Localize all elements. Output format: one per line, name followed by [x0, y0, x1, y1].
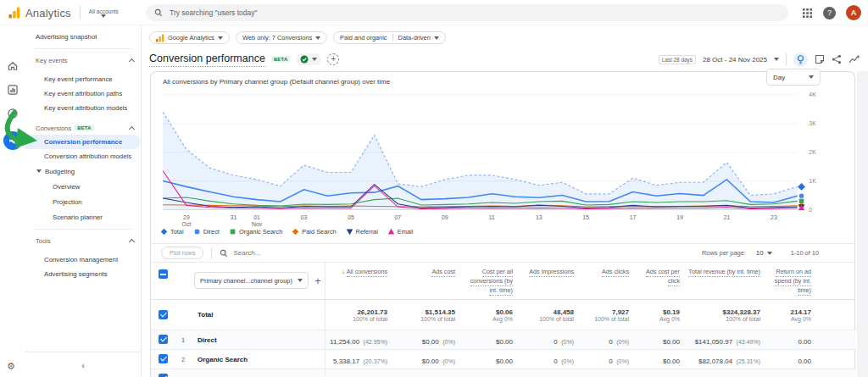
account-switcher[interactable]: All accounts [89, 8, 119, 18]
sidebar-item-scenario-planner[interactable]: Scenario planner [25, 209, 141, 225]
global-search-input[interactable] [170, 8, 780, 17]
col-header-cost-per-all-conversions-by-int-time[interactable]: Cost per all conversions (by int. time) [459, 263, 516, 300]
col-header-ads-cost[interactable]: Ads cost [391, 263, 459, 300]
chip-label: Data-driven [398, 34, 431, 42]
date-range[interactable]: 28 Oct - 24 Nov 2025 [703, 56, 767, 64]
sidebar-item-label: Overview [53, 183, 81, 191]
insights-lightbulb-icon[interactable] [793, 53, 808, 67]
col-header-all-conversions[interactable]: ↓ All conversions [325, 263, 391, 300]
page-title: Conversion performance [149, 53, 265, 67]
sidebar-item-advertising-segments[interactable]: Advertising segments [25, 267, 141, 281]
sidebar-item-budgeting[interactable]: Budgeting [25, 164, 141, 179]
sidebar-item-key-events[interactable]: Key events [25, 53, 141, 67]
global-search[interactable] [146, 4, 788, 21]
advertising-icon[interactable] [3, 131, 22, 150]
divider [211, 247, 212, 259]
apps-grid-icon[interactable] [802, 8, 813, 19]
share-icon[interactable] [832, 54, 842, 64]
beta-badge: BETA [75, 125, 94, 131]
sidebar-item-conversion-performance[interactable]: Conversion performance [25, 135, 141, 149]
plot-rows-button[interactable]: Plot rows [161, 247, 203, 259]
row-label: Organic Search [191, 350, 325, 369]
row-checkbox[interactable] [159, 374, 168, 377]
filter-chip-google-analytics[interactable]: Google Analytics [149, 31, 230, 44]
col-header-return-on-ad-spend-by-int-time[interactable]: Return on ad spend (by int. time) [764, 263, 815, 300]
table-search[interactable] [220, 249, 694, 258]
sidebar-item-key-event-attribution-paths[interactable]: Key event attribution paths [25, 86, 141, 101]
cell-direct-7: 0.00 [764, 330, 815, 350]
sidebar-footer: ‹ [25, 352, 141, 377]
legend-item-direct[interactable]: Direct [193, 228, 220, 236]
row-checkbox[interactable] [159, 354, 168, 363]
sidebar-item-key-event-attribution-models[interactable]: Key event attribution models [25, 101, 141, 115]
cell-direct-3: 0 (0%) [516, 330, 577, 350]
home-icon[interactable] [7, 60, 19, 72]
granularity-select[interactable]: Day [766, 69, 821, 86]
cell-paid-search-0: 3,109.43 (11.87%) [325, 369, 391, 377]
explore-icon[interactable] [7, 108, 19, 119]
col-header-ads-clicks[interactable]: Ads clicks [577, 263, 632, 300]
svg-text:21: 21 [724, 214, 731, 220]
sidebar-item-label: Conversion performance [44, 138, 122, 146]
legend-item-total[interactable]: Total [160, 228, 184, 236]
notes-icon[interactable] [815, 54, 825, 64]
sidebar-item-projection[interactable]: Projection [25, 194, 141, 209]
sidebar-item-overview[interactable]: Overview [25, 179, 141, 194]
table-search-input[interactable] [233, 249, 335, 257]
add-comparison-button[interactable]: + [327, 53, 339, 65]
col-header-total-revenue-by-int-time[interactable]: Total revenue (by int. time) [683, 263, 764, 300]
sidebar-item-conversion-management[interactable]: Conversion management [25, 252, 141, 267]
row-label: Total [191, 300, 325, 330]
add-column-button[interactable]: + [314, 274, 321, 287]
sidebar-item-conversions[interactable]: ConversionsBETA [25, 121, 141, 135]
view-insights-icon[interactable] [849, 54, 860, 64]
sidebar-item-advertising-snapshot[interactable]: Advertising snapshot [25, 29, 141, 44]
avatar[interactable]: A [846, 5, 861, 20]
col-header-ads-cost-per-click[interactable]: Ads cost per click [632, 263, 683, 300]
brand-block: Analytics All accounts [8, 0, 119, 25]
rows-per-page-select[interactable]: 10 [756, 249, 772, 257]
check-circle-icon [300, 55, 309, 64]
svg-text:23: 23 [771, 214, 777, 220]
collapse-chevron-icon [129, 238, 135, 244]
row-checkbox[interactable] [159, 310, 168, 319]
reports-icon[interactable] [7, 84, 19, 96]
svg-text:0: 0 [809, 207, 812, 213]
cell-organic-search-5: $0.00 [632, 350, 683, 369]
conversions-chart: 01K2K3K4K29Oct3101Nov0305070911131517192… [157, 92, 842, 232]
dimension-select[interactable]: Primary channel...channel group) [194, 272, 309, 289]
legend-item-email[interactable]: Email [387, 228, 413, 236]
cell-direct-5: $0.00 [632, 330, 683, 350]
svg-text:2K: 2K [809, 149, 816, 155]
total-cell-1: $1,514.35100% of total [391, 300, 459, 330]
cell-organic-search-6: $82,078.04 (25.31%) [683, 350, 764, 369]
row-number: 1 [175, 330, 191, 350]
legend-item-referral[interactable]: Referral [346, 228, 378, 236]
table-row-direct: 1Direct11,254.00 (42.95%)$0.00 (0%)$0.00… [151, 330, 856, 350]
scrollbar-gutter[interactable] [857, 71, 868, 377]
legend-item-organic-search[interactable]: Organic Search [229, 228, 282, 236]
sidebar-divider [34, 48, 132, 49]
sidebar-item-key-event-performance[interactable]: Key event performance [25, 72, 141, 86]
col-header-ads-impressions[interactable]: Ads impressions [516, 263, 577, 300]
admin-gear-icon[interactable]: ⚙ [7, 361, 15, 372]
sidebar-item-label: Conversion attribution models [44, 152, 131, 160]
sidebar-divider [34, 229, 132, 230]
table-row-paid-search: 3Paid Search3,109.43 (11.87%)$1,265.51 (… [151, 369, 856, 377]
cell-paid-search-7: 17.04 [764, 369, 815, 377]
status-dropdown[interactable] [296, 53, 321, 65]
collapse-sidebar-button[interactable]: ‹ [81, 360, 85, 370]
sidebar-item-conversion-attribution-models[interactable]: Conversion attribution models [25, 149, 141, 164]
select-all-checkbox[interactable] [159, 269, 168, 279]
cell-organic-search-2: $0.00 [459, 350, 516, 369]
row-checkbox[interactable] [159, 335, 168, 344]
chevron-down-icon[interactable] [774, 58, 779, 61]
filter-chip-web-only-7-conversions[interactable]: Web only: 7 Conversions [236, 31, 327, 44]
sidebar-item-tools[interactable]: Tools [25, 234, 141, 247]
chart-legend: TotalDirectOrganic SearchPaid SearchRefe… [160, 228, 413, 236]
cell-paid-search-1: $1,265.51 (83.57%) [391, 369, 459, 377]
legend-item-paid-search[interactable]: Paid Search [292, 228, 336, 236]
help-icon[interactable]: ? [823, 7, 836, 19]
filter-chip-paid-and-organic[interactable]: Paid and organicData-driven [333, 31, 446, 44]
svg-text:19: 19 [676, 214, 683, 220]
